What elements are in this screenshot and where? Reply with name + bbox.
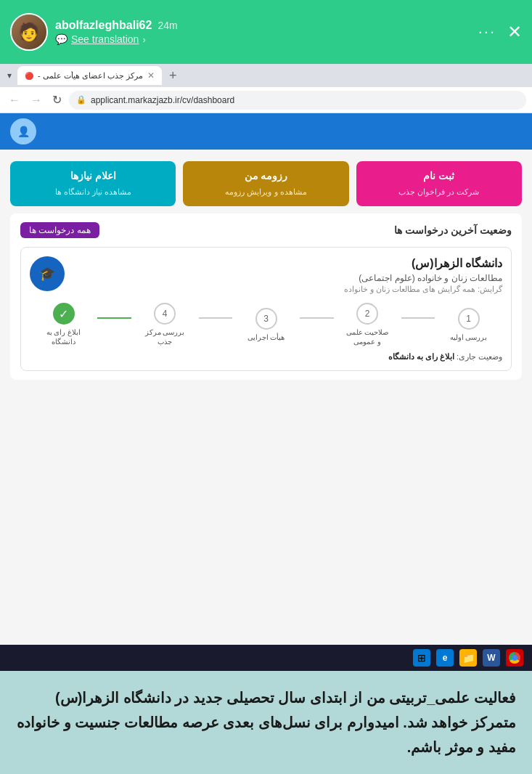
site-logo: 👤 [10, 118, 36, 144]
step-circle-4: 4 [154, 303, 176, 325]
browser-area: ▾ 🔴 مرکز جذب اعضای هیأت علمی - ✕ + ← → ↻… [0, 64, 532, 671]
step-num-2: 2 [365, 309, 370, 319]
all-requests-button[interactable]: همه درخواست ها [20, 222, 99, 238]
address-text: applicant.markazjazb.ir/cv/dashboard [91, 95, 519, 105]
caption-area: فعالیت علمی_تربیتی من از ابتدای سال تحصی… [0, 671, 532, 774]
register-card[interactable]: ثبت نام شرکت در فراخوان جذب [356, 161, 522, 206]
announce-card-title: اعلام نیازها [17, 170, 168, 182]
university-card: دانشگاه الزهرا(س) مطالعات زنان و خانواده… [20, 247, 512, 371]
edge-taskbar-icon[interactable]: e [436, 649, 454, 667]
reload-button[interactable]: ↻ [49, 91, 65, 108]
university-logo: 🎓 [30, 256, 65, 291]
uni-card-info: دانشگاه الزهرا(س) مطالعات زنان و خانواده… [65, 256, 502, 294]
site-header: 👤 [0, 113, 532, 150]
close-button[interactable]: ✕ [507, 22, 522, 42]
flow-step-5: ✓ ابلاغ رای به دانشگاه [30, 303, 97, 346]
story-header-right: ··· ✕ [478, 22, 522, 42]
announce-card-subtitle: مشاهده نیاز دانشگاه ها [55, 187, 131, 196]
story-header: 🧑 abolfazleghbali62 24m 💬 See translatio… [0, 0, 532, 64]
university-name: دانشگاه الزهرا(س) [65, 256, 502, 270]
folder-taskbar-icon[interactable]: 📁 [459, 649, 477, 667]
flow-step-3: 3 هیأت اجرایی [232, 308, 300, 342]
flow-step-1: 1 بررسی اولیه [435, 308, 502, 342]
flow-step-2: 2 صلاحیت علمی و عمومی [334, 303, 401, 346]
step-label-5: ابلاغ رای به دانشگاه [42, 327, 86, 346]
tab-title: مرکز جذب اعضای هیأت علمی - [38, 71, 143, 81]
announce-card[interactable]: اعلام نیازها مشاهده نیاز دانشگاه ها [10, 161, 176, 206]
tab-dropdown-icon[interactable]: ▾ [4, 69, 15, 82]
site-cards-area: ثبت نام شرکت در فراخوان جذب رزومه من مشا… [0, 150, 532, 213]
chrome-taskbar-icon[interactable] [506, 649, 523, 667]
windows-taskbar-icon[interactable]: ⊞ [413, 649, 430, 667]
step-label-3: هیأت اجرایی [247, 333, 285, 342]
tab-close-button[interactable]: ✕ [147, 70, 155, 81]
flow-line-1 [401, 317, 435, 319]
request-section-header: وضعیت آخرین درخواست ها همه درخواست ها [20, 222, 512, 238]
taskbar: ⊞ e 📁 W [0, 645, 532, 671]
more-options-button[interactable]: ··· [478, 23, 496, 41]
flow-line-4 [97, 317, 131, 319]
flow-step-4: 4 بررسی مرکز جذب [131, 303, 199, 346]
chevron-right-icon: › [142, 34, 145, 45]
register-card-subtitle: شرکت در فراخوان جذب [398, 187, 479, 196]
step-num-3: 3 [263, 314, 269, 324]
story-user-info: abolfazleghbali62 24m 💬 See translation … [55, 19, 178, 45]
browser-tab[interactable]: 🔴 مرکز جذب اعضای هیأت علمی - ✕ [17, 66, 162, 85]
status-label: وضعیت جاری: [457, 352, 502, 361]
step-num-4: 4 [163, 309, 168, 319]
browser-nav-bar: ← → ↻ 🔒 applicant.markazjazb.ir/cv/dashb… [0, 87, 532, 113]
request-section-title: وضعیت آخرین درخواست ها [394, 224, 512, 236]
phone-frame: 🧑 abolfazleghbali62 24m 💬 See translatio… [0, 0, 532, 774]
step-circle-2: 2 [356, 303, 378, 325]
step-num-1: 1 [466, 314, 471, 324]
address-bar[interactable]: 🔒 applicant.markazjazb.ir/cv/dashboard [69, 91, 526, 110]
resume-card-subtitle: مشاهده و ویرایش رزومه [225, 187, 306, 196]
translation-row[interactable]: 💬 See translation › [55, 33, 178, 45]
flow-line-3 [199, 317, 233, 319]
translation-link[interactable]: See translation [71, 33, 139, 45]
website-content: 👤 ثبت نام شرکت در فراخوان جذب رزومه من م… [0, 113, 532, 645]
avatar-image: 🧑 [12, 15, 46, 49]
username: abolfazleghbali62 [55, 19, 152, 32]
university-logo-icon: 🎓 [39, 266, 55, 282]
step-num-5: ✓ [59, 307, 68, 321]
back-button[interactable]: ← [6, 92, 23, 108]
current-status: وضعیت جاری: ابلاغ رای به دانشگاه [30, 352, 502, 362]
university-subfield: گرایش: همه گرایش های مطالعات زنان و خانو… [65, 285, 502, 294]
step-circle-5: ✓ [53, 303, 75, 325]
request-section: وضعیت آخرین درخواست ها همه درخواست ها دا… [10, 213, 522, 380]
status-value: ابلاغ رای به دانشگاه [388, 352, 454, 361]
step-circle-3: 3 [255, 308, 277, 330]
university-field: مطالعات زنان و خانواده (علوم اجتماعی) [65, 273, 502, 283]
flow-line-2 [300, 317, 334, 319]
step-label-1: بررسی اولیه [450, 333, 488, 342]
story-header-left: 🧑 abolfazleghbali62 24m 💬 See translatio… [10, 13, 178, 51]
step-circle-1: 1 [458, 308, 480, 330]
uni-card-top: دانشگاه الزهرا(س) مطالعات زنان و خانواده… [30, 256, 502, 294]
step-label-4: بررسی مرکز جذب [143, 327, 187, 346]
avatar: 🧑 [10, 13, 48, 51]
register-card-title: ثبت نام [364, 170, 515, 182]
word-taskbar-icon[interactable]: W [483, 649, 500, 667]
lock-icon: 🔒 [76, 95, 86, 105]
new-tab-button[interactable]: + [165, 68, 181, 83]
step-label-2: صلاحیت علمی و عمومی [345, 327, 389, 346]
resume-card[interactable]: رزومه من مشاهده و ویرایش رزومه [183, 161, 348, 206]
caption-text: فعالیت علمی_تربیتی من از ابتدای سال تحصی… [16, 685, 516, 759]
forward-button[interactable]: → [28, 92, 45, 108]
resume-card-title: رزومه من [190, 170, 341, 182]
story-time: 24m [157, 20, 177, 31]
browser-tab-bar: ▾ 🔴 مرکز جذب اعضای هیأت علمی - ✕ + [0, 64, 532, 87]
username-row: abolfazleghbali62 24m [55, 19, 178, 32]
status-flow: 1 بررسی اولیه 2 صلاحیت علمی و عمومی [30, 303, 502, 346]
tab-favicon: 🔴 [25, 72, 33, 80]
chat-icon: 💬 [55, 33, 67, 45]
